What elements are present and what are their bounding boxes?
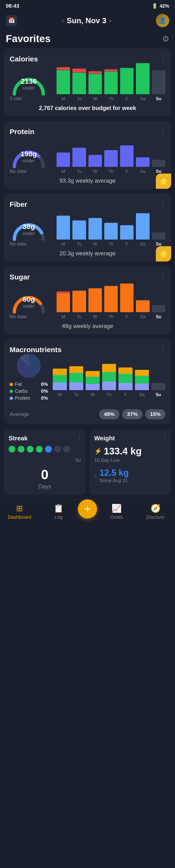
bar-label-sa: Sa <box>140 96 146 101</box>
nav-discover[interactable]: 🧭 Discover <box>136 503 175 520</box>
protein-bars: M Tu W Th F Sa Su <box>56 136 166 174</box>
bar-label-su: Su <box>156 96 161 101</box>
calendar-icon: 📅 <box>8 18 15 24</box>
fiber-gauge: 38g under No data <box>9 215 53 247</box>
fiber-label: under <box>23 231 35 236</box>
fiber-bars: M Tu W Th F Sa Su <box>56 209 166 247</box>
battery-pct: 42% <box>160 3 169 9</box>
weight-change-row: ↓ 12.5 kg Since Aug 31 <box>94 468 166 484</box>
calories-gauge-wrap: 2136 under <box>9 70 48 94</box>
bar-label-tu: Tu <box>77 96 81 101</box>
calories-bar-sa: Sa <box>136 61 149 101</box>
weight-value: 133.4 kg <box>104 446 142 457</box>
calories-gauge: 2136 under 0 cals <box>9 70 53 101</box>
calories-bar-m: M <box>56 61 70 101</box>
protein-dot <box>9 397 13 400</box>
sugar-card-content: 60g under No data M Tu W Th F Sa <box>9 281 166 319</box>
discover-icon: 🧭 <box>151 503 160 513</box>
status-bar: 08:43 🔋 42% <box>0 0 175 11</box>
sugar-weekly-avg: 48g weekly average <box>9 323 166 330</box>
protein-card-content: 198g under No data M Tu W Th F Sa Su <box>9 136 166 174</box>
battery-icon: 🔋 <box>152 3 158 9</box>
carbs-pct: 0% <box>41 389 48 394</box>
nav-discover-label: Discover <box>146 515 165 520</box>
fab-add-button[interactable]: + <box>78 499 97 519</box>
streak-dots <box>9 446 81 453</box>
nav-goals[interactable]: 📈 Goals <box>97 503 136 520</box>
page-title-row: Favorites ⚙ <box>0 31 175 48</box>
streak-menu[interactable]: ⋮ <box>76 434 82 440</box>
fiber-card-title: Fiber <box>9 200 27 208</box>
protein-card: Protein ⋮ 198g under No data M Tu W Th <box>4 121 171 189</box>
user-avatar[interactable]: 👤 <box>156 14 169 27</box>
protein-gauge: 198g under No data <box>9 143 53 174</box>
sugar-gauge-wrap: 60g under <box>9 288 48 312</box>
fiber-gauge-wrap: 38g under <box>9 215 48 239</box>
bar-label-m: M <box>61 96 65 101</box>
macro-donut-chart <box>17 354 41 378</box>
sugar-label: under <box>23 303 35 309</box>
macro-avg-carbs: 37% <box>122 409 142 419</box>
dashboard-icon: ⊞ <box>16 503 23 513</box>
protein-star-badge: ⭐ <box>156 174 171 189</box>
header: 📅 ‹ Sun, Nov 3 › 👤 <box>0 11 175 31</box>
fiber-card-menu[interactable]: ⋮ <box>160 199 166 207</box>
prev-day-button[interactable]: ‹ <box>61 17 64 24</box>
calories-bar-w: W <box>89 61 102 101</box>
bar-label-w: W <box>93 96 97 101</box>
weight-value-row: ⚡ 133.4 kg <box>94 446 166 457</box>
current-date: Sun, Nov 3 <box>67 16 106 25</box>
calories-gauge-center: 2136 under <box>21 77 37 91</box>
calories-card-content: 2136 under 0 cals M <box>9 63 166 101</box>
protein-legend-label: Protein <box>15 395 30 401</box>
fiber-weekly-avg: 20.3g weekly average <box>9 250 166 257</box>
sugar-card-title: Sugar <box>9 273 30 281</box>
fiber-star-badge: ⭐ <box>156 246 171 261</box>
bar-label-f: F <box>126 96 128 101</box>
streak-value: 0 <box>9 467 81 482</box>
sugar-gauge: 60g under No data <box>9 288 53 319</box>
protein-gauge-center: 198g under <box>21 150 37 163</box>
macro-bar-container: M Tu <box>53 359 166 397</box>
streak-dot-3 <box>27 446 33 453</box>
sugar-gauge-center: 60g under <box>23 295 35 309</box>
calories-card-title: Calories <box>9 55 38 63</box>
streak-dot-5 <box>45 446 52 453</box>
calories-bar-su: Su <box>152 61 166 101</box>
macro-right: M Tu <box>53 359 166 397</box>
macro-avg-protein: 15% <box>145 409 166 419</box>
weight-sub: 10 Day Low <box>94 458 166 463</box>
macronutrients-card: Macronutrients ⋮ Fat 0% Carbs 0% Protein <box>4 339 171 424</box>
macro-card-menu[interactable]: ⋮ <box>160 345 166 352</box>
fiber-card: Fiber ⋮ 38g under No data M Tu W Th <box>4 194 171 261</box>
protein-card-menu[interactable]: ⋮ <box>160 127 166 134</box>
calendar-button[interactable]: 📅 <box>6 15 17 26</box>
fiber-gauge-center: 38g under <box>23 222 35 236</box>
next-day-button[interactable]: › <box>109 17 111 24</box>
weight-down-icon: ↓ <box>94 472 98 479</box>
nav-dashboard[interactable]: ⊞ Dashboard <box>0 503 39 520</box>
fiber-bar-container: M Tu W Th F Sa Su <box>56 209 166 247</box>
sugar-bars: M Tu W Th F Sa Su <box>56 281 166 319</box>
sugar-card-menu[interactable]: ⋮ <box>160 272 166 280</box>
sugar-value: 60g <box>23 295 35 303</box>
fat-dot <box>9 383 13 386</box>
nav-log[interactable]: 📋 Log <box>39 503 78 520</box>
protein-label: under <box>21 158 37 163</box>
calories-card-menu[interactable]: ⋮ <box>160 54 166 62</box>
streak-dot-7 <box>63 446 70 453</box>
protein-value: 198g <box>21 150 37 158</box>
streak-day-label: Su <box>9 457 81 463</box>
weight-change-value: 12.5 kg <box>99 468 129 478</box>
weight-lightning-icon: ⚡ <box>94 447 102 455</box>
weight-card: Weight ⋮ ⚡ 133.4 kg 10 Day Low ↓ 12.5 kg… <box>90 429 171 495</box>
streak-dot-1 <box>9 446 15 453</box>
weight-menu[interactable]: ⋮ <box>162 434 168 440</box>
macro-avg-fat: 49% <box>99 409 119 419</box>
streak-unit: Days <box>9 483 81 490</box>
macro-left: Fat 0% Carbs 0% Protein 0% <box>9 354 48 402</box>
calories-value: 2136 <box>21 77 37 85</box>
streak-card: Streak ⋮ Su 0 Days <box>4 429 85 495</box>
calories-weekly-summary: 2,767 calories over budget for week <box>9 105 166 112</box>
settings-button[interactable]: ⚙ <box>162 34 169 43</box>
